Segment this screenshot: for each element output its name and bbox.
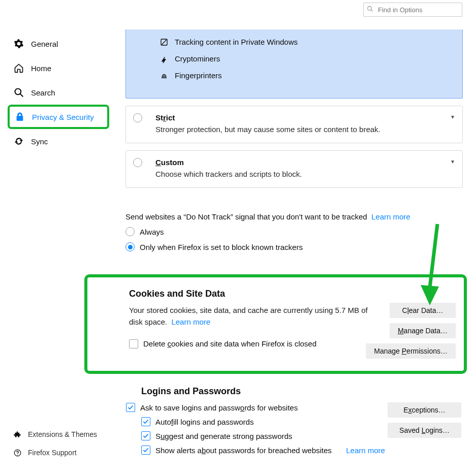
logins-section: Logins and Passwords Ask to save logins … bbox=[126, 386, 461, 455]
dnt-only-known-radio[interactable]: Only when Firefox is set to block known … bbox=[125, 242, 463, 251]
gear-icon bbox=[13, 39, 25, 49]
dnt-section: Send websites a “Do Not Track” signal th… bbox=[125, 212, 463, 251]
radio-indicator bbox=[125, 227, 135, 236]
breach-learn-more-link[interactable]: Learn more bbox=[346, 446, 385, 455]
autofill-checkbox[interactable] bbox=[141, 417, 150, 426]
footer-label: Extensions & Themes bbox=[28, 430, 97, 438]
sidebar-item-privacy-security[interactable]: Privacy & Security bbox=[14, 107, 104, 127]
protection-item-cryptominers: Cryptominers bbox=[126, 50, 462, 67]
cryptominer-icon bbox=[160, 55, 169, 63]
sidebar-item-label: Search bbox=[31, 88, 55, 97]
saved-logins-button[interactable]: Saved Logins… bbox=[388, 423, 461, 438]
dnt-always-radio[interactable]: Always bbox=[125, 227, 463, 236]
tracking-content-icon bbox=[160, 38, 169, 46]
search-icon bbox=[367, 6, 373, 14]
options-search[interactable] bbox=[363, 3, 462, 17]
sidebar-item-search[interactable]: Search bbox=[13, 80, 109, 105]
protection-item-tracking: Tracking content in Private Windows bbox=[126, 34, 462, 50]
puzzle-icon bbox=[13, 431, 22, 438]
footer-label: Firefox Support bbox=[28, 449, 77, 457]
firefox-support-link[interactable]: Firefox Support bbox=[13, 443, 114, 462]
delete-cookies-checkbox[interactable] bbox=[129, 339, 138, 348]
extensions-themes-link[interactable]: Extensions & Themes bbox=[13, 425, 114, 443]
dnt-text: Send websites a “Do Not Track” signal th… bbox=[125, 212, 463, 221]
radio-indicator bbox=[125, 242, 135, 251]
checkbox-label: Show alerts about passwords for breached… bbox=[155, 446, 332, 455]
sidebar-item-general[interactable]: General bbox=[13, 31, 109, 56]
radio-strict[interactable] bbox=[133, 113, 142, 122]
protection-item-fingerprinters: Fingerprinters bbox=[126, 67, 462, 84]
checkbox-label: Delete cookies and site data when Firefo… bbox=[143, 339, 316, 348]
protection-item-label: Tracking content in Private Windows bbox=[175, 38, 298, 46]
sidebar-item-home[interactable]: Home bbox=[13, 56, 109, 80]
clear-data-button[interactable]: Clear Data… bbox=[390, 303, 456, 318]
dnt-learn-more-link[interactable]: Learn more bbox=[371, 212, 410, 221]
card-desc: Stronger protection, but may cause some … bbox=[155, 125, 443, 134]
chevron-down-icon: ▾ bbox=[451, 158, 454, 165]
card-desc: Choose which trackers and scripts to blo… bbox=[155, 170, 443, 178]
logins-section-title: Logins and Passwords bbox=[141, 386, 461, 397]
protection-standard-panel: Tracking content in Private Windows Cryp… bbox=[125, 29, 463, 99]
suggest-checkbox[interactable] bbox=[141, 431, 150, 440]
sidebar-item-label: Sync bbox=[31, 137, 48, 146]
cookies-section-title: Cookies and Site Data bbox=[129, 289, 457, 299]
sync-icon bbox=[13, 136, 25, 146]
checkbox-label: Ask to save logins and passwords for web… bbox=[140, 403, 298, 412]
home-icon bbox=[13, 63, 25, 73]
search-icon bbox=[13, 87, 25, 98]
protection-custom-card[interactable]: Custom Choose which trackers and scripts… bbox=[125, 150, 463, 188]
sidebar-item-sync[interactable]: Sync bbox=[13, 129, 109, 153]
fingerprinter-icon bbox=[160, 72, 169, 80]
protection-item-label: Cryptominers bbox=[175, 54, 220, 63]
lock-icon bbox=[14, 112, 26, 121]
sidebar-item-label: Home bbox=[31, 64, 51, 73]
sidebar-item-label: General bbox=[31, 40, 58, 48]
protection-strict-card[interactable]: Strict Stronger protection, but may caus… bbox=[125, 106, 463, 143]
help-icon bbox=[13, 449, 22, 457]
annotation-highlight-cookies: Cookies and Site Data Your stored cookie… bbox=[84, 274, 467, 374]
card-title: Custom bbox=[155, 158, 443, 167]
sidebar: General Home Search Privacy & Security S… bbox=[13, 31, 109, 153]
radio-custom[interactable] bbox=[133, 158, 142, 167]
radio-label: Only when Firefox is set to block known … bbox=[140, 243, 303, 251]
radio-label: Always bbox=[140, 228, 164, 236]
annotation-highlight-sidebar: Privacy & Security bbox=[8, 105, 109, 129]
checkbox-label: Autofill logins and passwords bbox=[155, 418, 254, 426]
svg-line-1 bbox=[371, 10, 372, 11]
svg-line-3 bbox=[20, 94, 23, 97]
chevron-down-icon: ▾ bbox=[451, 113, 454, 120]
ask-save-checkbox[interactable] bbox=[126, 403, 135, 412]
card-title: Strict bbox=[155, 113, 443, 122]
alerts-checkbox[interactable] bbox=[141, 446, 150, 455]
checkbox-label: Suggest and generate strong passwords bbox=[155, 432, 292, 440]
breach-alerts-row[interactable]: Show alerts about passwords for breached… bbox=[141, 446, 461, 455]
exceptions-button[interactable]: Exceptions… bbox=[388, 402, 461, 418]
sidebar-item-label: Privacy & Security bbox=[32, 113, 94, 121]
main-content: Tracking content in Private Windows Cryp… bbox=[125, 29, 463, 251]
svg-point-0 bbox=[368, 7, 372, 11]
cookies-learn-more-link[interactable]: Learn more bbox=[171, 318, 210, 326]
cookies-section-desc: Your stored cookies, site data, and cach… bbox=[129, 304, 373, 328]
logins-buttons: Exceptions… Saved Logins… bbox=[388, 402, 461, 438]
protection-item-label: Fingerprinters bbox=[175, 71, 222, 80]
svg-point-2 bbox=[15, 89, 21, 95]
manage-data-button[interactable]: Manage Data… bbox=[390, 323, 456, 338]
search-input[interactable] bbox=[363, 3, 462, 17]
cookies-buttons: Clear Data… Manage Data… Manage Permissi… bbox=[366, 303, 456, 359]
footer-sidebar: Extensions & Themes Firefox Support bbox=[13, 425, 114, 462]
manage-permissions-button[interactable]: Manage Permissions… bbox=[366, 343, 456, 359]
svg-line-6 bbox=[162, 40, 166, 44]
